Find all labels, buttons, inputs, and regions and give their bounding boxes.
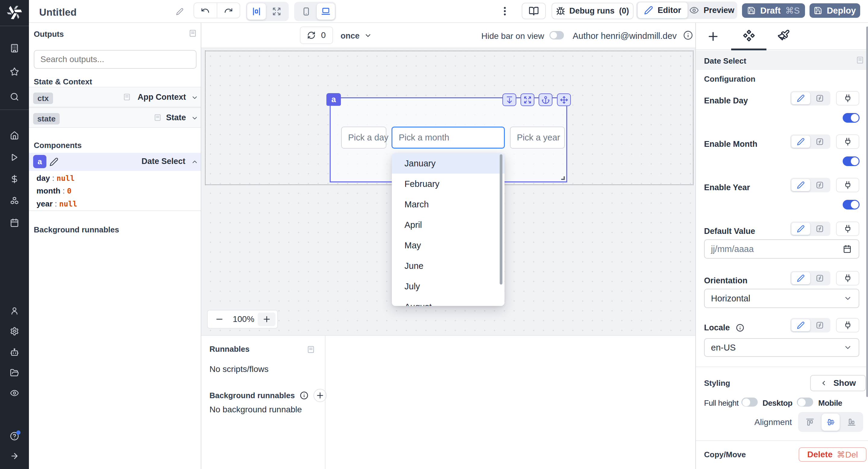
js-mode-button[interactable] — [810, 321, 829, 329]
js-mode-button[interactable] — [810, 94, 829, 102]
static-mode-button[interactable] — [792, 319, 810, 331]
component-row[interactable]: a Date Select — [29, 153, 201, 171]
js-mode-button[interactable] — [810, 181, 829, 189]
user-icon[interactable] — [10, 306, 19, 315]
workspace-icon[interactable] — [10, 44, 19, 53]
show-styling-button[interactable]: Show — [810, 375, 866, 391]
enable-month-toggle[interactable] — [843, 156, 860, 166]
locale-info-icon[interactable] — [736, 324, 744, 332]
folders-icon[interactable] — [10, 368, 19, 377]
audit-icon[interactable] — [10, 388, 19, 398]
run-mode-label[interactable]: once — [341, 31, 360, 41]
preview-tab[interactable]: Preview — [688, 2, 736, 19]
styling-tab[interactable] — [777, 29, 790, 42]
month-option[interactable]: April — [392, 215, 504, 235]
anchor-handle[interactable] — [538, 93, 553, 106]
workers-icon[interactable] — [10, 348, 19, 357]
component-settings-tab[interactable] — [742, 29, 755, 42]
refresh-count-box[interactable]: 0 — [300, 27, 333, 44]
connect-input-button[interactable] — [836, 271, 859, 285]
outputs-doc-icon[interactable] — [189, 29, 197, 37]
ctx-chevron-icon[interactable] — [191, 94, 198, 101]
align-center-button[interactable] — [822, 413, 840, 431]
add-bg-runnable-button[interactable] — [313, 389, 327, 402]
collapse-sidebar-icon[interactable] — [10, 451, 19, 461]
month-option[interactable]: May — [392, 235, 504, 256]
move-handle[interactable] — [557, 93, 571, 106]
debug-runs-button[interactable]: Debug runs (0) — [552, 3, 633, 19]
undo-button[interactable] — [194, 3, 217, 18]
favorites-icon[interactable] — [10, 67, 19, 76]
js-mode-button[interactable] — [810, 138, 829, 146]
default-value-input[interactable]: jj/mm/aaaa — [704, 239, 859, 259]
static-mode-button[interactable] — [792, 223, 810, 235]
zoom-out-button[interactable] — [208, 315, 231, 324]
search-icon[interactable] — [10, 92, 19, 101]
deploy-button[interactable]: Deploy — [809, 3, 860, 18]
connect-input-button[interactable] — [836, 318, 859, 333]
month-option[interactable]: June — [392, 256, 504, 276]
locale-select[interactable]: en-US — [704, 338, 859, 357]
orientation-select[interactable]: Horizontal — [704, 289, 859, 308]
runs-icon[interactable] — [10, 153, 19, 162]
month-option[interactable]: August — [392, 296, 504, 306]
month-option[interactable]: January — [392, 153, 504, 174]
author-info-icon[interactable] — [683, 30, 693, 40]
resize-handle[interactable] — [561, 176, 565, 180]
panel-scrollbar[interactable] — [866, 27, 868, 397]
output-kv[interactable]: year : null — [36, 199, 77, 209]
output-kv[interactable]: day : null — [36, 174, 75, 183]
connect-input-button[interactable] — [836, 178, 859, 192]
hide-bar-toggle[interactable] — [550, 31, 564, 39]
bg-runnables-info-icon[interactable] — [300, 391, 308, 400]
zoom-in-button[interactable] — [258, 313, 276, 326]
schedules-icon[interactable] — [10, 218, 19, 227]
connect-input-button[interactable] — [836, 134, 859, 149]
state-chevron-icon[interactable] — [191, 115, 198, 122]
app-canvas[interactable]: a Pick a day Pick a month Pick a year Ja… — [201, 48, 695, 335]
component-header-doc-icon[interactable] — [856, 56, 864, 64]
static-mode-button[interactable] — [792, 92, 810, 104]
edit-title-icon[interactable] — [176, 8, 184, 15]
full-width-button[interactable] — [266, 3, 287, 20]
desktop-toggle[interactable] — [797, 398, 813, 407]
fullsize-handle[interactable] — [521, 93, 534, 106]
mobile-view-button[interactable] — [296, 3, 317, 20]
month-option[interactable]: March — [392, 194, 504, 215]
help-icon[interactable] — [10, 432, 19, 441]
day-select-input[interactable]: Pick a day — [341, 127, 386, 149]
static-mode-button[interactable] — [792, 136, 810, 148]
run-mode-chevron-icon[interactable] — [364, 32, 372, 39]
full-height-toggle[interactable] — [741, 398, 758, 407]
state-row[interactable]: state State — [29, 107, 201, 128]
windmill-logo[interactable] — [6, 4, 23, 21]
search-outputs-input[interactable] — [34, 50, 196, 69]
runnables-doc-icon[interactable] — [307, 345, 315, 353]
static-mode-button[interactable] — [792, 179, 810, 191]
home-icon[interactable] — [10, 131, 19, 140]
enable-day-toggle[interactable] — [843, 113, 860, 123]
month-option[interactable]: July — [392, 276, 504, 296]
centered-width-button[interactable] — [247, 3, 266, 20]
resources-icon[interactable] — [10, 196, 19, 206]
docs-button[interactable] — [522, 3, 546, 19]
settings-icon[interactable] — [10, 327, 19, 336]
editor-tab[interactable]: Editor — [638, 2, 688, 19]
redo-button[interactable] — [217, 3, 240, 18]
js-mode-button[interactable] — [810, 274, 829, 282]
connect-input-button[interactable] — [836, 222, 859, 236]
expand-down-handle[interactable] — [502, 93, 516, 106]
variables-icon[interactable] — [10, 175, 19, 184]
month-option[interactable]: February — [392, 174, 504, 194]
connect-input-button[interactable] — [836, 91, 859, 105]
year-select-input[interactable]: Pick a year — [510, 127, 565, 149]
enable-year-toggle[interactable] — [843, 200, 860, 210]
align-top-button[interactable] — [798, 418, 822, 426]
js-mode-button[interactable] — [810, 225, 829, 233]
component-edit-icon[interactable] — [50, 157, 59, 166]
insert-component-tab[interactable] — [707, 30, 720, 43]
ctx-row[interactable]: ctx App Context — [29, 87, 201, 107]
static-mode-button[interactable] — [792, 272, 810, 284]
desktop-view-button[interactable] — [317, 3, 335, 20]
more-menu-icon[interactable] — [499, 5, 511, 17]
